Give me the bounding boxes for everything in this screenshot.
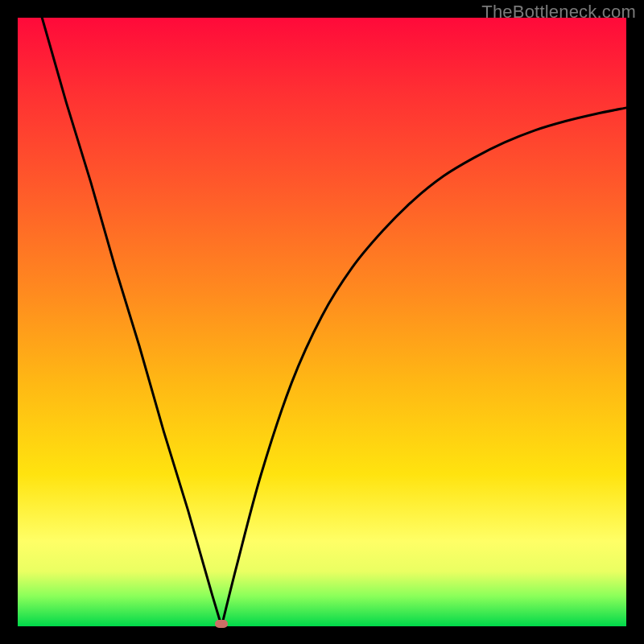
chart-frame: TheBottleneck.com xyxy=(0,0,644,644)
watermark-text: TheBottleneck.com xyxy=(481,2,636,23)
min-marker xyxy=(215,620,228,628)
curve-left-branch xyxy=(42,18,221,626)
curve-right-branch xyxy=(221,108,626,626)
plot-area xyxy=(18,18,626,626)
bottleneck-curve xyxy=(18,18,626,626)
